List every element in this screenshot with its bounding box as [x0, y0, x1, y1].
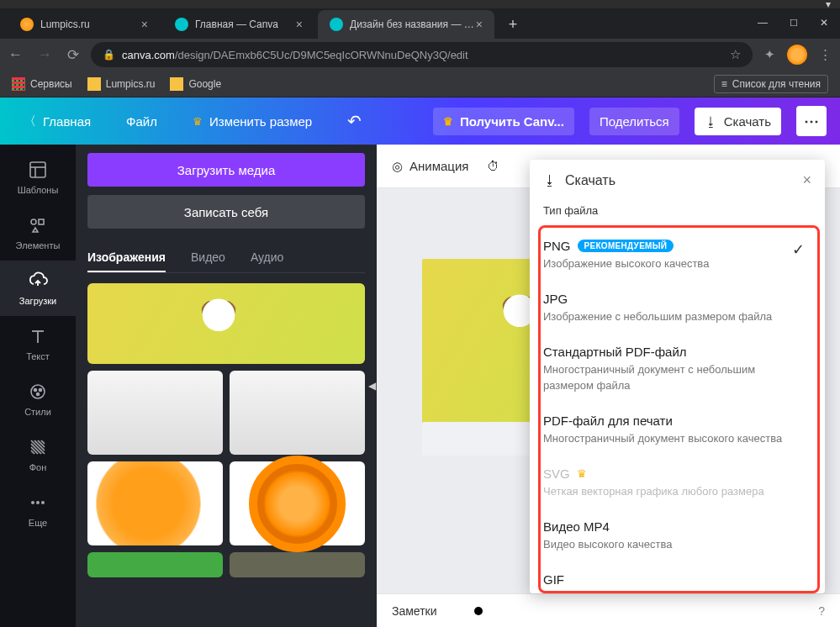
recommended-badge: РЕКОМЕНДУЕМЫЙ [578, 240, 674, 252]
tab-favicon [20, 18, 34, 31]
media-thumb[interactable] [230, 371, 365, 455]
bookmark-folder[interactable]: Google [170, 77, 221, 91]
browser-tabs: Lumpics.ru × Главная — Canva × Дизайн бе… [0, 8, 840, 39]
close-icon[interactable]: × [141, 18, 148, 31]
star-icon[interactable]: ☆ [730, 47, 741, 62]
sidenav-background[interactable]: Фон [0, 427, 76, 482]
option-desc: Четкая векторная графика любого размера [543, 484, 798, 499]
minimize-button[interactable]: — [758, 17, 768, 29]
option-desc: Многостраничный документ с небольшим раз… [543, 362, 798, 393]
timer-button[interactable]: ⏱ [487, 159, 499, 173]
help-button[interactable]: ? [818, 604, 825, 618]
resize-label: Изменить размер [209, 114, 312, 129]
option-title: GIF [543, 572, 564, 587]
close-window-button[interactable]: ✕ [820, 17, 828, 29]
download-popover-header: ⭳ Скачать × [530, 160, 825, 201]
profile-avatar[interactable] [787, 45, 807, 65]
option-title: JPG [543, 292, 568, 306]
option-title: Видео MP4 [543, 519, 610, 534]
upload-label: Загрузить медиа [177, 163, 275, 177]
share-label: Поделиться [600, 114, 669, 129]
file-menu[interactable]: Файл [116, 108, 167, 135]
option-title: SVG [543, 466, 570, 481]
media-thumb[interactable] [230, 552, 365, 577]
folder-icon [87, 77, 101, 91]
svg-point-3 [31, 219, 36, 224]
media-thumb[interactable] [87, 552, 223, 577]
option-title: PDF-файл для печати [543, 414, 673, 428]
tab-label: Изображения [87, 250, 166, 264]
menu-icon[interactable]: ⋮ [819, 47, 832, 62]
record-yourself-button[interactable]: Записать себя [87, 195, 365, 229]
sidenav-templates[interactable]: Шаблоны [0, 150, 76, 205]
url-domain: canva.com [122, 49, 175, 61]
animation-icon: ◎ [392, 159, 403, 174]
uploads-panel: Загрузить медиа Записать себя Изображени… [76, 145, 377, 627]
maximize-button[interactable]: ☐ [790, 18, 798, 29]
sidenav-text[interactable]: Текст [0, 316, 76, 371]
download-button[interactable]: ⭳ Скачать [695, 108, 781, 135]
page-indicator[interactable] [474, 607, 483, 615]
media-thumb[interactable] [87, 371, 223, 455]
extensions-icon[interactable]: ✦ [764, 47, 775, 62]
forward-button[interactable]: → [38, 46, 52, 64]
file-type-option-pdf-standard[interactable]: Стандартный PDF-файл Многостраничный док… [543, 335, 823, 403]
file-type-option-gif[interactable]: GIF [543, 562, 823, 593]
file-type-list[interactable]: PNG РЕКОМЕНДУЕМЫЙ Изображение высокого к… [530, 225, 825, 593]
bookmark-label: Сервисы [30, 78, 72, 90]
sidenav-uploads[interactable]: Загрузки [0, 261, 76, 316]
tab-favicon [330, 18, 343, 31]
file-type-option-jpg[interactable]: JPG Изображение с небольшим размером фай… [543, 282, 823, 335]
lock-icon: 🔒 [103, 49, 115, 61]
file-type-option-png[interactable]: PNG РЕКОМЕНДУЕМЫЙ Изображение высокого к… [543, 229, 823, 282]
download-label: Скачать [724, 114, 771, 129]
home-button[interactable]: 〈 Главная [13, 107, 101, 136]
bookmark-label: Lumpics.ru [106, 78, 156, 90]
browser-tab[interactable]: Lumpics.ru × [8, 10, 160, 39]
media-thumb[interactable] [87, 461, 223, 545]
new-tab-button[interactable]: + [501, 13, 525, 36]
reload-button[interactable]: ⟳ [67, 46, 79, 64]
file-type-option-svg[interactable]: SVG ♛ Четкая векторная графика любого ра… [543, 456, 823, 509]
download-icon: ⭳ [705, 114, 717, 129]
share-button[interactable]: Поделиться [589, 108, 679, 135]
option-desc: Изображение с небольшим размером файла [543, 309, 798, 324]
list-icon: ≡ [721, 78, 727, 90]
resize-button[interactable]: ♛ Изменить размер [182, 108, 322, 135]
more-menu-button[interactable]: ⋯ [796, 106, 827, 136]
sidenav-elements[interactable]: Элементы [0, 205, 76, 261]
browser-tab[interactable]: Главная — Canva × [163, 10, 314, 39]
media-thumb[interactable] [230, 461, 365, 545]
sidenav-label: Стили [24, 407, 51, 417]
get-premium-button[interactable]: ♛ Получить Canv... [433, 108, 574, 135]
close-icon[interactable]: × [802, 171, 811, 189]
option-desc: Изображение высокого качества [543, 256, 798, 271]
browser-tab-active[interactable]: Дизайн без названия — 1280 × [318, 10, 494, 39]
back-button[interactable]: ← [8, 46, 23, 64]
option-desc: Видео высокого качества [543, 537, 798, 552]
window-controls: — ☐ ✕ [758, 8, 840, 37]
sidenav-styles[interactable]: Стили [0, 371, 76, 427]
address-bar[interactable]: 🔒 canva.com /design/DAEmxb6C5Uc/D9MC5eqI… [91, 42, 753, 67]
notes-label[interactable]: Заметки [392, 604, 437, 618]
panel-tab-images[interactable]: Изображения [87, 244, 166, 272]
bookmark-folder[interactable]: Lumpics.ru [87, 77, 156, 91]
bookmark-services[interactable]: Сервисы [12, 77, 72, 91]
file-type-option-mp4[interactable]: Видео MP4 Видео высокого качества [543, 509, 823, 562]
upload-media-button[interactable]: Загрузить медиа [87, 153, 365, 187]
media-thumb[interactable] [87, 283, 365, 364]
check-icon: ✓ [792, 240, 805, 259]
undo-button[interactable]: ↶ [337, 104, 372, 138]
file-type-label: Тип файла [530, 201, 825, 225]
crown-icon: ♛ [577, 467, 587, 480]
close-icon[interactable]: × [296, 18, 303, 31]
file-type-option-pdf-print[interactable]: PDF-файл для печати Многостраничный доку… [543, 403, 823, 456]
sidenav-more[interactable]: Еще [0, 482, 76, 538]
panel-tab-video[interactable]: Видео [191, 244, 225, 272]
animation-button[interactable]: ◎ Анимация [392, 159, 468, 174]
timer-icon: ⏱ [487, 159, 499, 173]
close-icon[interactable]: × [476, 18, 483, 31]
panel-tab-audio[interactable]: Аудио [251, 244, 284, 272]
collapse-panel-button[interactable]: ◀ [366, 356, 377, 415]
reading-list-button[interactable]: ≡ Список для чтения [714, 75, 828, 93]
